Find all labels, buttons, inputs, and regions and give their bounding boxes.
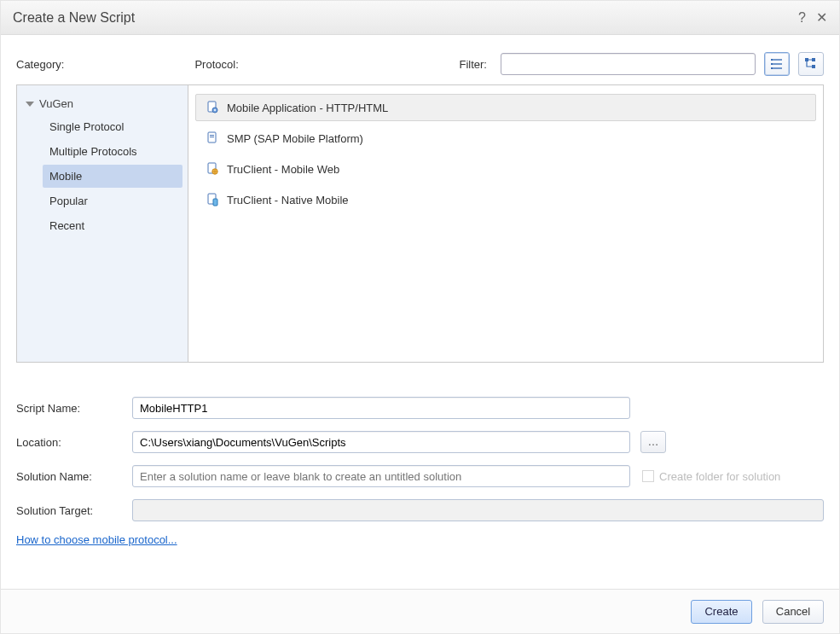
script-name-input[interactable]: [132, 397, 630, 419]
view-list-icon[interactable]: [764, 52, 790, 76]
svg-rect-5: [771, 67, 773, 69]
protocol-list: Mobile Application - HTTP/HTMLSMP (SAP M…: [188, 85, 823, 362]
tree-root-label: VuGen: [39, 97, 73, 110]
doc-icon: [205, 131, 220, 146]
svg-rect-4: [771, 63, 773, 65]
browse-button[interactable]: …: [640, 431, 666, 453]
titlebar: Create a New Script ? ✕: [1, 1, 839, 35]
create-folder-checkbox: Create folder for solution: [642, 470, 780, 483]
protocol-item-label: SMP (SAP Mobile Platform): [227, 132, 363, 145]
create-folder-label: Create folder for solution: [659, 470, 780, 483]
svg-rect-6: [805, 58, 808, 61]
protocol-item[interactable]: Mobile Application - HTTP/HTML: [195, 94, 816, 121]
protocol-item-label: TruClient - Mobile Web: [227, 163, 339, 176]
svg-rect-13: [210, 135, 214, 136]
protocol-item[interactable]: TruClient - Mobile Web: [195, 155, 816, 183]
create-button[interactable]: Create: [691, 600, 752, 624]
tree-item-popular[interactable]: Popular: [43, 189, 182, 212]
protocol-item-label: Mobile Application - HTTP/HTML: [227, 102, 388, 114]
solution-target-input: [132, 499, 824, 521]
svg-rect-18: [213, 199, 217, 206]
protocol-item[interactable]: SMP (SAP Mobile Platform): [195, 125, 816, 152]
checkbox-icon: [642, 470, 654, 482]
dialog-title: Create a New Script: [13, 1, 135, 35]
script-name-label: Script Name:: [16, 402, 132, 415]
solution-name-label: Solution Name:: [16, 470, 132, 483]
location-label: Location:: [16, 436, 132, 449]
dialog-create-new-script: Create a New Script ? ✕ Category: Protoc…: [0, 0, 840, 634]
svg-rect-7: [812, 58, 815, 61]
doc-gear-icon: [205, 100, 220, 115]
doc-globe-icon: [205, 161, 220, 177]
tree-root-vugen[interactable]: VuGen: [17, 94, 188, 113]
category-label: Category:: [16, 58, 186, 71]
dialog-footer: Create Cancel: [1, 589, 839, 633]
doc-phone-icon: [205, 192, 220, 207]
svg-point-11: [214, 109, 216, 111]
cancel-button[interactable]: Cancel: [762, 600, 824, 624]
caret-down-icon: [26, 102, 34, 107]
location-input[interactable]: [132, 431, 630, 453]
protocol-label: Protocol:: [194, 58, 450, 71]
filter-input[interactable]: [501, 53, 756, 75]
tree-item-recent[interactable]: Recent: [43, 214, 182, 237]
svg-rect-3: [771, 59, 773, 61]
category-tree: VuGen Single ProtocolMultiple ProtocolsM…: [17, 85, 188, 362]
tree-item-multiple-protocols[interactable]: Multiple Protocols: [43, 140, 182, 163]
view-tree-icon[interactable]: [798, 52, 824, 76]
filter-label: Filter:: [459, 58, 492, 71]
protocol-item-label: TruClient - Native Mobile: [227, 194, 349, 206]
svg-rect-14: [210, 137, 214, 137]
solution-target-label: Solution Target:: [16, 504, 132, 517]
help-icon[interactable]: ?: [798, 1, 806, 35]
solution-name-input[interactable]: [132, 465, 630, 487]
tree-item-mobile[interactable]: Mobile: [43, 165, 182, 188]
svg-rect-8: [812, 65, 815, 68]
close-icon[interactable]: ✕: [816, 1, 827, 35]
help-link-choose-protocol[interactable]: How to choose mobile protocol...: [16, 533, 177, 546]
tree-item-single-protocol[interactable]: Single Protocol: [43, 115, 182, 138]
protocol-item[interactable]: TruClient - Native Mobile: [195, 186, 816, 213]
